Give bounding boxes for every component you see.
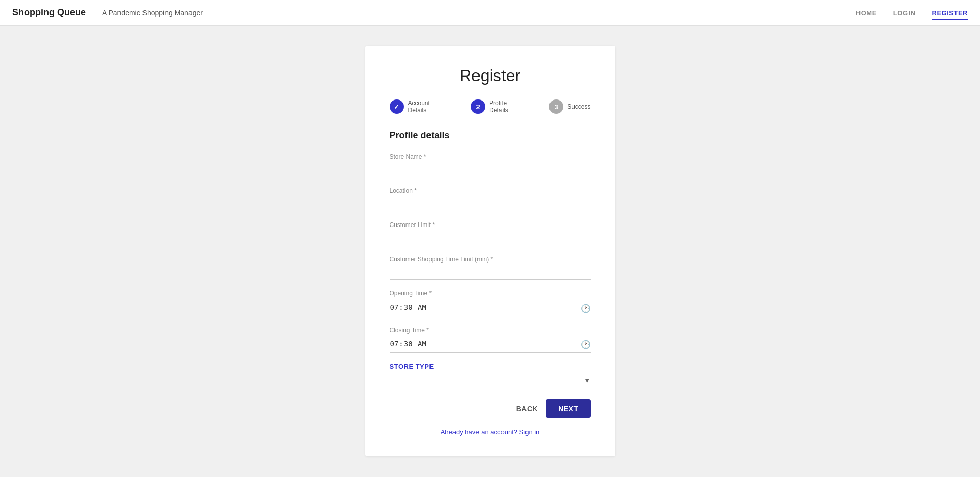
step-success: 3 Success — [549, 99, 590, 114]
step-circle-3: 3 — [549, 99, 563, 114]
next-button[interactable]: NEXT — [546, 399, 590, 418]
customer-limit-label: Customer Limit * — [390, 221, 591, 229]
step-line-2 — [514, 107, 545, 107]
nav-link-login[interactable]: LOGIN — [893, 9, 916, 17]
form-actions: BACK NEXT — [390, 399, 591, 418]
nav-link-home[interactable]: HOME — [856, 9, 877, 17]
brand-logo: Shopping Queue — [12, 7, 86, 18]
location-input[interactable] — [390, 196, 591, 211]
nav-item-home[interactable]: HOME — [856, 8, 877, 17]
customer-limit-input[interactable] — [390, 231, 591, 245]
nav-links: HOME LOGIN REGISTER — [856, 8, 968, 17]
profile-form: Store Name * Location * Customer Limit *… — [390, 153, 591, 418]
stepper: ✓ Account Details 2 Profile Details 3 Su… — [390, 99, 591, 114]
store-name-group: Store Name * — [390, 153, 591, 177]
closing-time-group: Closing Time * 🕐 — [390, 327, 591, 353]
step-line-1 — [436, 107, 467, 107]
opening-time-group: Opening Time * 🕐 — [390, 290, 591, 316]
navbar: Shopping Queue A Pandemic Shopping Manag… — [0, 0, 980, 26]
nav-item-register[interactable]: REGISTER — [932, 8, 968, 17]
step-circle-2: 2 — [471, 99, 485, 114]
page-content: Register ✓ Account Details 2 Profile Det… — [0, 26, 980, 477]
section-title: Profile details — [390, 130, 591, 141]
register-title: Register — [390, 66, 591, 85]
shopping-time-label: Customer Shopping Time Limit (min) * — [390, 256, 591, 263]
opening-time-label: Opening Time * — [390, 290, 591, 297]
step-profile-details: 2 Profile Details — [471, 99, 510, 114]
opening-time-wrapper: 🕐 — [390, 299, 591, 316]
signin-link[interactable]: Already have an account? Sign in — [441, 428, 540, 436]
shopping-time-group: Customer Shopping Time Limit (min) * — [390, 256, 591, 280]
register-card: Register ✓ Account Details 2 Profile Det… — [365, 46, 615, 456]
closing-time-wrapper: 🕐 — [390, 336, 591, 353]
customer-limit-group: Customer Limit * — [390, 221, 591, 245]
nav-link-register[interactable]: REGISTER — [932, 9, 968, 20]
store-type-wrapper: Grocery Pharmacy Clothing Electronics Ot… — [390, 372, 591, 387]
back-button[interactable]: BACK — [516, 405, 538, 413]
step-label-3: Success — [567, 103, 590, 110]
closing-time-label: Closing Time * — [390, 327, 591, 334]
location-group: Location * — [390, 187, 591, 211]
step-label-1: Account Details — [408, 99, 433, 114]
nav-item-login[interactable]: LOGIN — [893, 8, 916, 17]
store-type-label: STORE TYPE — [390, 363, 591, 370]
step-label-2: Profile Details — [489, 99, 510, 114]
nav-tagline: A Pandemic Shopping Manager — [102, 9, 203, 17]
store-name-input[interactable] — [390, 162, 591, 177]
step-circle-1: ✓ — [390, 99, 404, 114]
shopping-time-input[interactable] — [390, 265, 591, 280]
signin-link-container: Already have an account? Sign in — [390, 428, 591, 436]
store-type-group: STORE TYPE Grocery Pharmacy Clothing Ele… — [390, 363, 591, 387]
opening-time-input[interactable] — [390, 299, 591, 316]
store-type-select[interactable]: Grocery Pharmacy Clothing Electronics Ot… — [390, 372, 591, 387]
location-label: Location * — [390, 187, 591, 194]
step-account-details: ✓ Account Details — [390, 99, 433, 114]
store-name-label: Store Name * — [390, 153, 591, 160]
closing-time-input[interactable] — [390, 336, 591, 353]
